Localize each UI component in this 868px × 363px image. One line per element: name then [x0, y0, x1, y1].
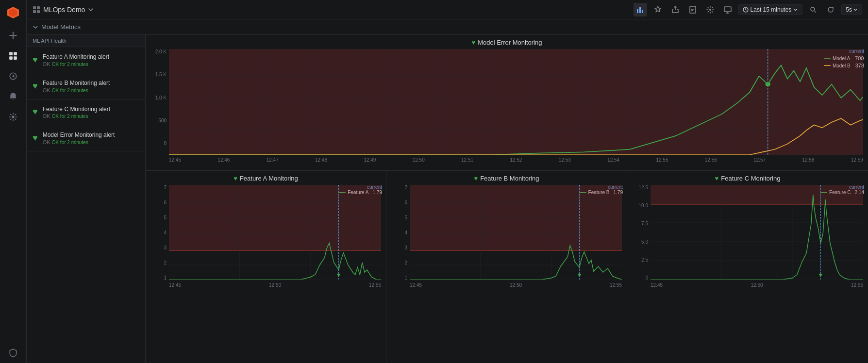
sidebar-item-add[interactable] — [8, 30, 18, 41]
sidebar-item-settings[interactable] — [8, 112, 18, 122]
feature-b-chart-area[interactable]: 12:45 12:50 12:55 — [410, 185, 622, 289]
bookmark-button[interactable] — [686, 3, 700, 16]
x-axis-main: 12:45 12:46 12:47 12:48 12:49 12:50 12:5… — [169, 156, 863, 163]
sidebar-logo[interactable] — [5, 5, 21, 20]
alert-text-b: Feature B Monitoring alert OK OK for 2 m… — [43, 79, 139, 93]
feature-c-title: ♥ Feature C Monitoring — [632, 175, 863, 182]
app-logo-icon — [6, 6, 20, 19]
star-button[interactable] — [651, 3, 665, 16]
model-error-chart-title: ♥ Model Error Monitoring — [150, 39, 863, 46]
feature-a-body: 7 6 5 4 3 2 1 — [150, 185, 381, 289]
refresh-button[interactable] — [824, 3, 837, 16]
y-axis-main: 2.0 K 1.5 K 1.0 K 500 0 — [150, 49, 169, 155]
feature-a-title: ♥ Feature A Monitoring — [150, 175, 381, 182]
svg-point-8 — [12, 116, 15, 118]
sidebar-item-bell[interactable] — [8, 91, 18, 102]
section-header: Model Metrics — [27, 19, 868, 35]
alert-name-b: Feature B Monitoring alert — [43, 79, 139, 87]
svg-rect-21 — [169, 49, 863, 155]
feature-c-body: 12.5 10.0 7.5 5.0 2.5 0 — [632, 185, 863, 289]
svg-rect-4 — [9, 56, 13, 60]
refresh-interval-button[interactable]: 5s — [841, 4, 862, 15]
alert-status-error: OK OK for 2 minutes — [43, 139, 139, 145]
sidebar-item-explore[interactable] — [8, 71, 18, 82]
chevron-down-icon — [88, 7, 94, 13]
search-button[interactable] — [806, 3, 820, 16]
dashboard-icon — [33, 6, 40, 14]
svg-rect-3 — [14, 52, 17, 55]
chart-heart-icon: ♥ — [472, 39, 476, 46]
svg-rect-5 — [14, 56, 17, 60]
topbar-title: MLOps Demo — [43, 6, 85, 14]
time-range-button[interactable]: Last 15 minutes — [738, 4, 803, 15]
feature-c-svg — [651, 185, 863, 280]
heart-icon-error: ♥ — [33, 133, 38, 143]
main-content: MLOps Demo — [27, 0, 868, 363]
chart-heart-a: ♥ — [234, 175, 237, 182]
time-range-label: Last 15 minutes — [751, 6, 792, 13]
settings-button[interactable] — [703, 3, 717, 16]
dashboard-grid: ML API Health ♥ Feature A Monitoring ale… — [27, 35, 868, 363]
alert-name-error: Model Error Monitoring alert — [43, 131, 139, 139]
alert-status-a: OK OK for 2 minutes — [43, 61, 139, 67]
svg-marker-68 — [578, 274, 582, 277]
svg-rect-11 — [33, 10, 36, 13]
list-item[interactable]: ♥ Feature B Monitoring alert OK OK for 2… — [27, 73, 145, 99]
heart-icon-c: ♥ — [33, 107, 38, 117]
clock-icon — [743, 7, 749, 13]
section-title: Model Metrics — [41, 23, 81, 31]
sidebar-item-shield[interactable] — [8, 347, 18, 358]
alert-status-b: OK OK for 2 minutes — [43, 87, 139, 93]
feature-a-svg — [169, 185, 381, 280]
search-icon — [810, 6, 817, 13]
chart-heart-b: ♥ — [474, 175, 478, 182]
section-chevron-icon[interactable] — [33, 24, 38, 30]
alert-text-a: Feature A Monitoring alert OK OK for 2 m… — [43, 53, 139, 67]
y-axis-a: 7 6 5 4 3 2 1 — [150, 185, 169, 289]
refresh-icon — [827, 6, 834, 13]
refresh-interval-label: 5s — [846, 6, 852, 13]
sidebar — [0, 0, 27, 363]
svg-rect-9 — [33, 6, 36, 9]
sidebar-item-grid[interactable] — [8, 50, 18, 61]
x-axis-a: 12:45 12:50 12:55 — [169, 281, 381, 288]
x-axis-b: 12:45 12:50 12:55 — [410, 281, 622, 288]
feature-a-chart-area[interactable]: 12:45 12:50 12:55 — [169, 185, 381, 289]
svg-rect-18 — [724, 7, 731, 12]
x-axis-c: 12:45 12:50 12:55 — [651, 281, 863, 288]
feature-a-chart: ♥ Feature A Monitoring current Feature A… — [146, 171, 386, 363]
feature-b-body: 7 6 5 4 3 2 1 — [391, 185, 622, 289]
bar-chart-button[interactable] — [634, 3, 647, 16]
svg-rect-56 — [410, 185, 622, 250]
feature-b-chart: ♥ Feature B Monitoring current Feature B… — [386, 171, 627, 363]
alert-text-c: Feature C Monitoring alert OK OK for 2 m… — [43, 105, 139, 119]
svg-point-20 — [811, 7, 815, 11]
svg-point-17 — [709, 9, 711, 11]
feature-b-title: ♥ Feature B Monitoring — [391, 175, 622, 182]
alert-text-error: Model Error Monitoring alert OK OK for 2… — [43, 131, 139, 145]
feature-b-svg — [410, 185, 622, 280]
tv-button[interactable] — [721, 3, 734, 16]
list-item[interactable]: ♥ Feature C Monitoring alert OK OK for 2… — [27, 99, 145, 126]
list-item[interactable]: ♥ Feature A Monitoring alert OK OK for 2… — [27, 47, 145, 73]
svg-rect-69 — [651, 185, 863, 204]
svg-rect-14 — [639, 7, 641, 13]
share-button[interactable] — [668, 3, 682, 16]
list-item[interactable]: ♥ Model Error Monitoring alert OK OK for… — [27, 125, 145, 151]
heart-icon-b: ♥ — [33, 81, 38, 91]
alert-name-a: Feature A Monitoring alert — [43, 53, 139, 61]
alert-panel-title: ML API Health — [33, 38, 67, 44]
y-axis-b: 7 6 5 4 3 2 1 — [391, 185, 410, 289]
model-error-chart-area[interactable]: 12:45 12:46 12:47 12:48 12:49 12:50 12:5… — [169, 49, 863, 155]
refresh-chevron-icon — [853, 7, 858, 12]
bottom-charts: ♥ Feature A Monitoring current Feature A… — [146, 171, 868, 363]
topbar: MLOps Demo — [27, 0, 868, 19]
svg-rect-2 — [9, 52, 13, 55]
svg-rect-10 — [37, 6, 40, 9]
feature-c-chart-area[interactable]: 12:45 12:50 12:55 — [651, 185, 863, 289]
y-axis-c: 12.5 10.0 7.5 5.0 2.5 0 — [632, 185, 651, 289]
svg-marker-55 — [337, 274, 341, 277]
heart-icon-a: ♥ — [33, 55, 38, 65]
topbar-left: MLOps Demo — [33, 6, 94, 14]
alert-panel-header: ML API Health — [27, 35, 145, 47]
